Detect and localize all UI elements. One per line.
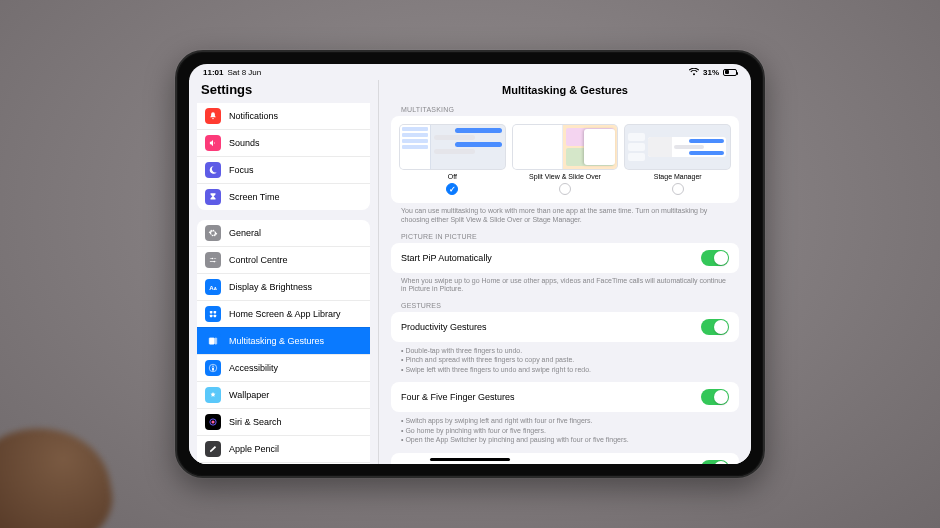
svg-point-11 <box>212 365 214 367</box>
sidebar-item-label: Screen Time <box>229 192 280 202</box>
pip-label: Start PiP Automatically <box>401 253 492 263</box>
productivity-label: Productivity Gestures <box>401 322 487 332</box>
sidebar-item-label: Apple Pencil <box>229 444 279 454</box>
hourglass-icon <box>205 189 221 205</box>
pip-footer: When you swipe up to go Home or use othe… <box>401 277 729 295</box>
pip-row[interactable]: Start PiP Automatically <box>391 243 739 273</box>
sidebar-item-general[interactable]: General <box>197 220 370 246</box>
mode-off-preview <box>399 124 506 170</box>
multitasking-icon <box>205 333 221 349</box>
bullet: Switch apps by swiping left and right wi… <box>401 416 729 425</box>
sidebar-item-focus[interactable]: Focus <box>197 156 370 183</box>
sidebar-item-label: Focus <box>229 165 254 175</box>
sidebar-group-1: Notifications Sounds Focus <box>197 103 370 210</box>
gear-icon <box>205 225 221 241</box>
productivity-card: Productivity Gestures <box>391 312 739 342</box>
mode-label: Split View & Slide Over <box>529 173 601 180</box>
four-five-card: Four & Five Finger Gestures <box>391 382 739 412</box>
sidebar-group-2: General Control Centre AA Display & Brig… <box>197 220 370 464</box>
productivity-row[interactable]: Productivity Gestures <box>391 312 739 342</box>
mode-split-view[interactable]: Split View & Slide Over <box>512 124 619 195</box>
siri-icon <box>205 414 221 430</box>
sidebar-item-display[interactable]: AA Display & Brightness <box>197 273 370 300</box>
sidebar-item-sounds[interactable]: Sounds <box>197 129 370 156</box>
four-five-label: Four & Five Finger Gestures <box>401 392 515 402</box>
detail-pane: Multitasking & Gestures MULTITASKING Off <box>379 80 751 464</box>
section-header-pip: PICTURE IN PICTURE <box>401 233 729 240</box>
mode-stage-preview <box>624 124 731 170</box>
mode-split-preview <box>512 124 619 170</box>
radio-selected[interactable] <box>446 183 458 195</box>
moon-icon <box>205 162 221 178</box>
sidebar-item-control-centre[interactable]: Control Centre <box>197 246 370 273</box>
pip-card: Start PiP Automatically <box>391 243 739 273</box>
sidebar-title: Settings <box>189 80 378 103</box>
section-header-multitasking: MULTITASKING <box>401 106 729 113</box>
status-time: 11:01 <box>203 68 223 77</box>
radio-unselected[interactable] <box>672 183 684 195</box>
sidebar-item-face-id[interactable]: Face ID & Passcode <box>197 462 370 464</box>
bullet: Open the App Switcher by pinching and pa… <box>401 435 729 444</box>
svg-point-0 <box>212 258 214 260</box>
sidebar-item-label: General <box>229 228 261 238</box>
speaker-icon <box>205 135 221 151</box>
sliders-icon <box>205 252 221 268</box>
sidebar-item-siri[interactable]: Siri & Search <box>197 408 370 435</box>
ipad-device: 11:01 Sat 8 Jun 31% Settings <box>175 50 765 478</box>
shake-label: Shake to Undo <box>401 463 461 464</box>
sidebar-item-notifications[interactable]: Notifications <box>197 103 370 129</box>
pip-toggle[interactable] <box>701 250 729 266</box>
sidebar-item-multitasking[interactable]: Multitasking & Gestures <box>197 327 370 354</box>
sidebar-item-home-screen[interactable]: Home Screen & App Library <box>197 300 370 327</box>
bullet: Pinch and spread with three fingers to c… <box>401 355 729 364</box>
home-indicator[interactable] <box>430 458 510 461</box>
sidebar-item-wallpaper[interactable]: Wallpaper <box>197 381 370 408</box>
svg-rect-4 <box>210 311 213 314</box>
accessibility-icon <box>205 360 221 376</box>
grid-icon <box>205 306 221 322</box>
svg-rect-6 <box>210 315 213 318</box>
status-date: Sat 8 Jun <box>227 68 261 77</box>
productivity-toggle[interactable] <box>701 319 729 335</box>
sidebar-item-label: Sounds <box>229 138 260 148</box>
sidebar-item-label: Wallpaper <box>229 390 269 400</box>
page-title: Multitasking & Gestures <box>379 80 751 102</box>
mode-label: Off <box>448 173 457 180</box>
bullet: Double-tap with three fingers to undo. <box>401 346 729 355</box>
svg-text:A: A <box>214 286 218 291</box>
wifi-icon <box>689 68 699 76</box>
screen: 11:01 Sat 8 Jun 31% Settings <box>189 64 751 464</box>
radio-unselected[interactable] <box>559 183 571 195</box>
sidebar-item-screen-time[interactable]: Screen Time <box>197 183 370 210</box>
mode-off[interactable]: Off <box>399 124 506 195</box>
battery-icon <box>723 69 737 76</box>
bullet: Swipe left with three fingers to undo an… <box>401 365 729 374</box>
four-five-toggle[interactable] <box>701 389 729 405</box>
four-five-row[interactable]: Four & Five Finger Gestures <box>391 382 739 412</box>
text-size-icon: AA <box>205 279 221 295</box>
shake-toggle[interactable] <box>701 460 729 464</box>
svg-rect-9 <box>215 338 217 344</box>
sidebar: Settings Notifications Sounds <box>189 80 379 464</box>
svg-rect-7 <box>214 315 217 318</box>
sidebar-item-apple-pencil[interactable]: Apple Pencil <box>197 435 370 462</box>
section-header-gestures: GESTURES <box>401 302 729 309</box>
sidebar-item-label: Siri & Search <box>229 417 282 427</box>
svg-point-13 <box>211 420 214 423</box>
hand <box>0 417 119 528</box>
svg-rect-5 <box>214 311 217 314</box>
productivity-bullets: Double-tap with three fingers to undo. P… <box>401 346 729 374</box>
multitasking-footer: You can use multitasking to work with mo… <box>401 207 729 225</box>
sidebar-item-accessibility[interactable]: Accessibility <box>197 354 370 381</box>
four-five-bullets: Switch apps by swiping left and right wi… <box>401 416 729 444</box>
svg-rect-8 <box>209 338 214 344</box>
multitasking-mode-card: Off Split View & Slide Over <box>391 116 739 203</box>
mode-stage-manager[interactable]: Stage Manager <box>624 124 731 195</box>
bell-icon <box>205 108 221 124</box>
sidebar-item-label: Display & Brightness <box>229 282 312 292</box>
battery-percentage: 31% <box>703 68 719 77</box>
wallpaper-icon <box>205 387 221 403</box>
sidebar-item-label: Home Screen & App Library <box>229 309 341 319</box>
sidebar-item-label: Accessibility <box>229 363 278 373</box>
sidebar-item-label: Control Centre <box>229 255 288 265</box>
